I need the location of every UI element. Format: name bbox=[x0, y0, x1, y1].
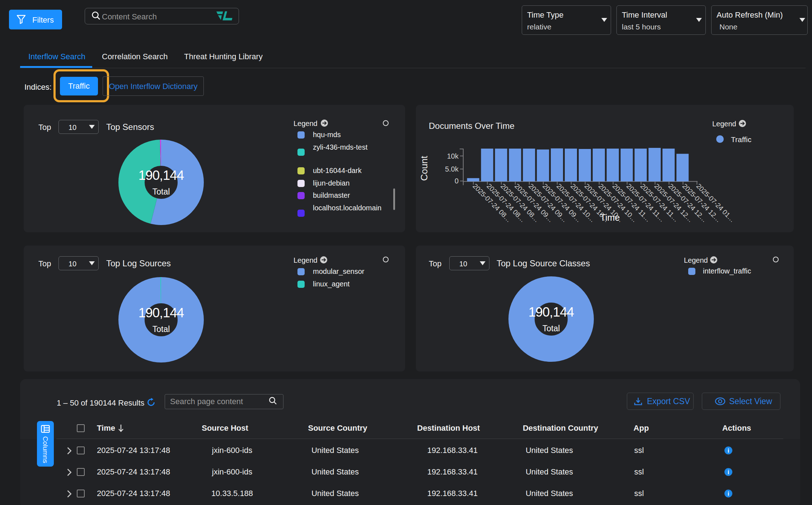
svg-text:Count: Count bbox=[419, 156, 430, 181]
svg-text:0: 0 bbox=[455, 177, 459, 185]
svg-text:Time: Time bbox=[600, 212, 620, 223]
svg-text:5.0k: 5.0k bbox=[445, 165, 459, 173]
svg-text:10k: 10k bbox=[447, 152, 459, 160]
